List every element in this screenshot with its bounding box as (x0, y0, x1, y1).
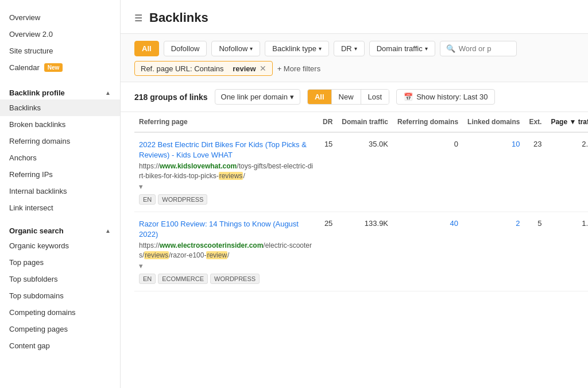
table-row: Razor E100 Review: 14 Things to Know (Au… (134, 212, 588, 291)
results-bar: 218 groups of links One link per domain … (121, 82, 588, 112)
page-tags-1: EN WORDPRESS (139, 194, 314, 205)
referring-domains-link-2[interactable]: 40 (450, 219, 458, 228)
col-linked-domains[interactable]: Linked domains (463, 112, 524, 132)
search-input[interactable] (459, 44, 510, 53)
main-content: ☰ Backlinks All Dofollow Nofollow ▾ Back… (121, 0, 588, 388)
sidebar-item-overview[interactable]: Overview (0, 9, 120, 26)
page-link-1[interactable]: 2022 Best Electric Dirt Bikes For Kids (… (139, 140, 314, 160)
linked-domains-link-1[interactable]: 10 (512, 140, 520, 148)
sidebar-item-overview2[interactable]: Overview 2.0 (0, 26, 120, 43)
results-count: 218 groups of links (134, 93, 208, 102)
page-tags-2: EN ECOMMERCE WORDPRESS (139, 274, 314, 284)
filter-domain-traffic-button[interactable]: Domain traffic ▾ (369, 41, 435, 56)
filter-row-active: Ref. page URL: Contains review ✕ + More … (134, 61, 574, 76)
filter-bar: All Dofollow Nofollow ▾ Backlink type ▾ … (121, 34, 588, 82)
highlight-2b: review (206, 251, 227, 259)
linked-domains-cell-1: 10 (463, 132, 524, 212)
referring-page-cell-1: 2022 Best Electric Dirt Bikes For Kids (… (134, 132, 318, 212)
tag-wordpress-1: WORDPRESS (158, 194, 207, 205)
search-icon: 🔍 (446, 44, 455, 53)
toggle-lost-button[interactable]: Lost (361, 90, 389, 104)
page-header: ☰ Backlinks (121, 0, 588, 34)
active-filter-value: review (233, 64, 256, 73)
table-container: Referring page DR Domain traffic Referri… (121, 112, 588, 291)
linked-domains-cell-2: 2 (463, 212, 524, 291)
filter-dr-button[interactable]: DR ▾ (334, 41, 365, 56)
chevron-up-icon: ▲ (105, 90, 111, 96)
sidebar-item-internal-backlinks[interactable]: Internal backlinks (0, 183, 120, 199)
active-filter-tag: Ref. page URL: Contains review ✕ (134, 61, 273, 76)
highlight-1: reviews (219, 172, 243, 180)
tag-wordpress-2: WORDPRESS (210, 274, 260, 284)
sidebar-item-competing-pages[interactable]: Competing pages (0, 321, 120, 337)
active-filter-close-button[interactable]: ✕ (260, 64, 266, 73)
linked-domains-link-2[interactable]: 2 (516, 219, 520, 228)
sidebar-item-top-subfolders[interactable]: Top subfolders (0, 271, 120, 287)
domain-2[interactable]: www.electroscooterinsider.com (160, 241, 263, 249)
table-header-row: Referring page DR Domain traffic Referri… (134, 112, 588, 132)
sidebar-item-anchors[interactable]: Anchors (0, 149, 120, 166)
dr-cell-2: 25 (318, 212, 337, 291)
sidebar-item-competing-domains[interactable]: Competing domains (0, 304, 120, 321)
calendar-icon: 📅 (404, 93, 413, 101)
col-referring-page: Referring page (134, 112, 318, 132)
row2-dropdown-icon[interactable]: ▾ (139, 262, 143, 270)
dr-caret-icon: ▾ (354, 45, 357, 52)
link-view-select[interactable]: One link per domain ▾ (215, 89, 300, 105)
sidebar-item-backlinks[interactable]: Backlinks (0, 99, 120, 116)
col-domain-traffic[interactable]: Domain traffic (337, 112, 393, 132)
filter-row-buttons: All Dofollow Nofollow ▾ Backlink type ▾ … (134, 41, 574, 56)
ext-cell-2: 5 (524, 212, 546, 291)
sidebar-item-top-pages[interactable]: Top pages (0, 254, 120, 271)
page-link-2[interactable]: Razor E100 Review: 14 Things to Know (Au… (139, 219, 314, 240)
domain-traffic-cell-2: 133.9K (337, 212, 393, 291)
section-backlink-profile: Backlink profile ▲ (0, 82, 120, 99)
tag-en-1: EN (139, 194, 156, 205)
table-row: 2022 Best Electric Dirt Bikes For Kids (… (134, 132, 588, 212)
hamburger-icon[interactable]: ☰ (134, 13, 142, 24)
col-ext[interactable]: Ext. (524, 112, 546, 132)
active-filter-label: Ref. page URL: Contains (141, 64, 224, 73)
domain-traffic-cell-1: 35.0K (337, 132, 393, 212)
ext-cell-1: 23 (524, 132, 546, 212)
referring-page-cell-2: Razor E100 Review: 14 Things to Know (Au… (134, 212, 318, 291)
search-box[interactable]: 🔍 (440, 41, 517, 56)
sidebar-item-calendar[interactable]: Calendar New (0, 59, 120, 76)
page-traffic-cell-2: 1.8K (546, 212, 588, 291)
nofollow-caret-icon: ▾ (250, 45, 253, 52)
filter-all-button[interactable]: All (134, 41, 159, 56)
filter-backlink-type-button[interactable]: Backlink type ▾ (265, 41, 329, 56)
sidebar: Overview Overview 2.0 Site structure Cal… (0, 0, 121, 388)
sidebar-item-referring-ips[interactable]: Referring IPs (0, 166, 120, 183)
sidebar-item-broken-backlinks[interactable]: Broken backlinks (0, 116, 120, 133)
page-traffic-cell-1: 2.1K (546, 132, 588, 212)
link-view-caret-icon: ▾ (290, 93, 294, 101)
tag-ecommerce-2: ECOMMERCE (158, 274, 208, 284)
tag-en-2: EN (139, 274, 156, 284)
row1-dropdown-icon[interactable]: ▾ (139, 182, 143, 191)
sidebar-item-site-structure[interactable]: Site structure (0, 43, 120, 59)
referring-domains-cell-2: 40 (393, 212, 463, 291)
backlink-type-caret-icon: ▾ (319, 45, 322, 52)
page-url-2: https://www.electroscooterinsider.com/el… (139, 241, 314, 260)
page-title: Backlinks (149, 10, 208, 25)
filter-dofollow-button[interactable]: Dofollow (164, 41, 207, 56)
section-organic-search: Organic search ▲ (0, 220, 120, 237)
sidebar-item-top-subdomains[interactable]: Top subdomains (0, 287, 120, 304)
chevron-up-icon-2: ▲ (105, 228, 111, 234)
col-dr[interactable]: DR (318, 112, 337, 132)
col-page-traffic[interactable]: Page ▼ traffic (546, 112, 588, 132)
toggle-new-button[interactable]: New (332, 90, 361, 104)
backlinks-table: Referring page DR Domain traffic Referri… (134, 112, 588, 291)
domain-1[interactable]: www.kidslovewhat.com (160, 162, 237, 170)
sidebar-item-organic-keywords[interactable]: Organic keywords (0, 237, 120, 254)
sidebar-item-content-gap[interactable]: Content gap (0, 337, 120, 354)
all-new-lost-toggle: All New Lost (307, 89, 389, 105)
sidebar-item-referring-domains[interactable]: Referring domains (0, 133, 120, 149)
sidebar-item-link-intersect[interactable]: Link intersect (0, 199, 120, 216)
toggle-all-button[interactable]: All (308, 90, 332, 104)
filter-nofollow-button[interactable]: Nofollow ▾ (211, 41, 260, 56)
col-referring-domains[interactable]: Referring domains (393, 112, 463, 132)
show-history-button[interactable]: 📅 Show history: Last 30 (396, 89, 495, 105)
more-filters-button[interactable]: + More filters (277, 64, 321, 73)
